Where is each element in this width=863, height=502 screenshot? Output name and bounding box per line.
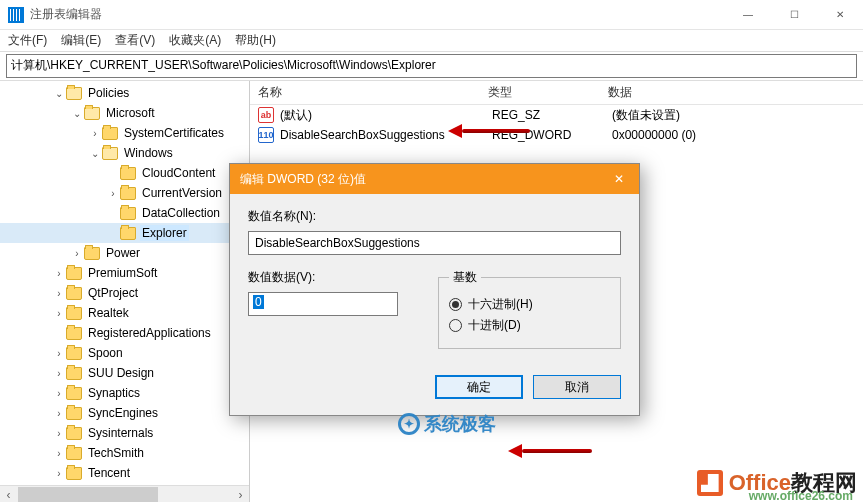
radix-hex-option[interactable]: 十六进制(H) <box>449 296 610 313</box>
gear-logo-icon: ✦ <box>398 413 420 435</box>
address-path: 计算机\HKEY_CURRENT_USER\Software\Policies\… <box>11 57 436 75</box>
list-row[interactable]: 110 DisableSearchBoxSuggestions REG_DWOR… <box>250 125 863 145</box>
collapse-icon[interactable]: ⌄ <box>70 108 84 119</box>
folder-icon <box>66 87 82 100</box>
tree-node-suu-design[interactable]: ›SUU Design <box>0 363 249 383</box>
expand-icon[interactable]: › <box>52 308 66 319</box>
folder-icon <box>66 387 82 400</box>
expand-icon[interactable]: › <box>52 388 66 399</box>
address-bar[interactable]: 计算机\HKEY_CURRENT_USER\Software\Policies\… <box>6 54 857 78</box>
tree-node-power[interactable]: ›Power <box>0 243 249 263</box>
tree-node-cloudcontent[interactable]: ·CloudContent <box>0 163 249 183</box>
tree-node-windows[interactable]: ⌄Windows <box>0 143 249 163</box>
folder-icon <box>66 267 82 280</box>
tree-node-premiumsoft[interactable]: ›PremiumSoft <box>0 263 249 283</box>
minimize-button[interactable]: — <box>725 0 771 30</box>
value-data: (数值未设置) <box>604 107 863 124</box>
tree-node-datacollection[interactable]: ·DataCollection <box>0 203 249 223</box>
tree-h-scrollbar[interactable]: ‹ › <box>0 485 249 502</box>
list-row[interactable]: ab (默认) REG_SZ (数值未设置) <box>250 105 863 125</box>
menu-view[interactable]: 查看(V) <box>115 32 155 49</box>
tree-node-syncengines[interactable]: ›SyncEngines <box>0 403 249 423</box>
dialog-buttons: 确定 取消 <box>230 365 639 415</box>
folder-icon <box>120 207 136 220</box>
value-name-label: 数值名称(N): <box>248 208 621 225</box>
menu-favorites[interactable]: 收藏夹(A) <box>169 32 221 49</box>
registry-tree: ⌄Policies ⌄Microsoft ›SystemCertificates… <box>0 81 249 483</box>
list-header: 名称 类型 数据 <box>250 81 863 105</box>
close-button[interactable]: ✕ <box>817 0 863 30</box>
collapse-icon[interactable]: ⌄ <box>88 148 102 159</box>
tree-node-qtproject[interactable]: ›QtProject <box>0 283 249 303</box>
expand-icon[interactable]: › <box>70 248 84 259</box>
tree-node-spoon[interactable]: ›Spoon <box>0 343 249 363</box>
tree-node-realtek[interactable]: ›Realtek <box>0 303 249 323</box>
annotation-arrow-icon <box>520 447 592 455</box>
col-name[interactable]: 名称 <box>250 84 480 101</box>
expand-icon[interactable]: › <box>52 408 66 419</box>
tree-node-currentversion[interactable]: ›CurrentVersion <box>0 183 249 203</box>
folder-icon <box>66 327 82 340</box>
maximize-button[interactable]: ☐ <box>771 0 817 30</box>
menu-file[interactable]: 文件(F) <box>8 32 47 49</box>
tree-node-techsmith[interactable]: ›TechSmith <box>0 443 249 463</box>
folder-icon <box>84 247 100 260</box>
radio-icon <box>449 319 462 332</box>
tree-node-policies[interactable]: ⌄Policies <box>0 83 249 103</box>
folder-icon <box>102 147 118 160</box>
menubar: 文件(F) 编辑(E) 查看(V) 收藏夹(A) 帮助(H) <box>0 30 863 52</box>
watermark-systemgeek: ✦ 系统极客 <box>398 412 496 436</box>
folder-icon <box>102 127 118 140</box>
value-data-input[interactable]: 0 <box>248 292 398 316</box>
window-controls: — ☐ ✕ <box>725 0 863 30</box>
expand-icon[interactable]: › <box>52 428 66 439</box>
radio-icon <box>449 298 462 311</box>
scroll-right-icon[interactable]: › <box>232 486 249 502</box>
radix-dec-option[interactable]: 十进制(D) <box>449 317 610 334</box>
scroll-left-icon[interactable]: ‹ <box>0 486 17 502</box>
tree-node-explorer[interactable]: ·Explorer <box>0 223 249 243</box>
annotation-arrow-icon <box>460 127 530 135</box>
ok-button[interactable]: 确定 <box>435 375 523 399</box>
cancel-button[interactable]: 取消 <box>533 375 621 399</box>
folder-icon <box>120 187 136 200</box>
tree-node-tencent[interactable]: ›Tencent <box>0 463 249 483</box>
menu-edit[interactable]: 编辑(E) <box>61 32 101 49</box>
value-name: (默认) <box>278 107 484 124</box>
expand-icon[interactable]: › <box>106 188 120 199</box>
col-data[interactable]: 数据 <box>600 84 863 101</box>
tree-node-registeredapplications[interactable]: ·RegisteredApplications <box>0 323 249 343</box>
regedit-icon <box>8 7 24 23</box>
expand-icon[interactable]: › <box>52 468 66 479</box>
value-type: REG_SZ <box>484 108 604 122</box>
expand-icon[interactable]: › <box>52 448 66 459</box>
value-name-input[interactable] <box>248 231 621 255</box>
expand-icon[interactable]: › <box>52 348 66 359</box>
watermark-url: www.office26.com <box>749 489 853 502</box>
radix-group: 基数 十六进制(H) 十进制(D) <box>438 269 621 349</box>
scroll-thumb[interactable] <box>18 487 158 502</box>
dialog-title: 编辑 DWORD (32 位)值 <box>240 171 599 188</box>
tree-node-sysinternals[interactable]: ›Sysinternals <box>0 423 249 443</box>
tree-node-synaptics[interactable]: ›Synaptics <box>0 383 249 403</box>
dialog-titlebar[interactable]: 编辑 DWORD (32 位)值 ✕ <box>230 164 639 194</box>
radix-legend: 基数 <box>449 269 481 286</box>
collapse-icon[interactable]: ⌄ <box>52 88 66 99</box>
expand-icon[interactable]: › <box>52 268 66 279</box>
expand-icon[interactable]: › <box>52 288 66 299</box>
tree-node-systemcertificates[interactable]: ›SystemCertificates <box>0 123 249 143</box>
value-data: 0x00000000 (0) <box>604 128 863 142</box>
list-body: ab (默认) REG_SZ (数值未设置) 110 DisableSearch… <box>250 105 863 145</box>
value-data-label: 数值数据(V): <box>248 269 418 286</box>
string-value-icon: ab <box>258 107 274 123</box>
col-type[interactable]: 类型 <box>480 84 600 101</box>
window-title: 注册表编辑器 <box>30 6 725 23</box>
edit-dword-dialog: 编辑 DWORD (32 位)值 ✕ 数值名称(N): 数值数据(V): 0 基… <box>229 163 640 416</box>
dialog-close-button[interactable]: ✕ <box>599 164 639 194</box>
folder-icon <box>66 367 82 380</box>
expand-icon[interactable]: › <box>52 368 66 379</box>
menu-help[interactable]: 帮助(H) <box>235 32 276 49</box>
dword-value-icon: 110 <box>258 127 274 143</box>
tree-node-microsoft[interactable]: ⌄Microsoft <box>0 103 249 123</box>
expand-icon[interactable]: › <box>88 128 102 139</box>
